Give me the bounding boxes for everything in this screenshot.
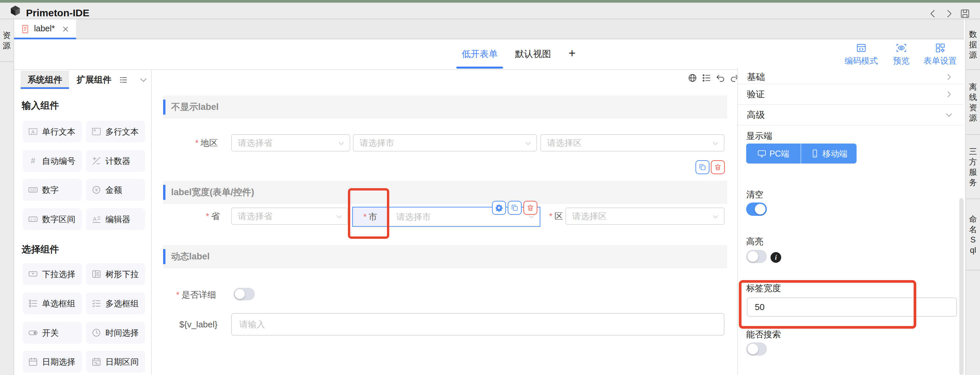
palette-item-time-picker[interactable]: 时间选择 (86, 322, 145, 344)
nav-forward-icon[interactable] (944, 9, 954, 19)
field-label-dynamic: ${v_label} (152, 316, 218, 333)
select-district-2[interactable]: 请选择区 (565, 207, 724, 225)
field-label-city: *市 (353, 207, 388, 226)
palette-item-counter[interactable]: 计数器 (86, 150, 145, 172)
rail-item-data-source[interactable]: 数据源 (966, 19, 980, 70)
palette-item-number[interactable]: 123 数字 (23, 179, 82, 201)
chevron-down-icon (524, 139, 532, 148)
multi-text-icon: A (91, 127, 102, 136)
document-tab-bar (14, 19, 964, 39)
pc-side-button[interactable]: PC端 (746, 144, 800, 163)
tab-system-components[interactable]: 系统组件 (21, 71, 69, 89)
collapse-panel-icon[interactable] (139, 75, 148, 85)
section-accent-bar (163, 185, 165, 200)
palette-item-multi-text[interactable]: A 多行文本 (86, 120, 145, 142)
app-logo-icon (10, 5, 21, 17)
copy-icon (698, 163, 706, 171)
screen-edge (0, 0, 980, 3)
info-icon[interactable]: i (770, 252, 781, 263)
nav-back-icon[interactable] (928, 9, 938, 19)
palette-item-dropdown[interactable]: 下拉选择 (23, 263, 82, 285)
primeton-ide-window: Primeton-IDE label* 资源 数据源 离线资源 三方服务 命名S… (0, 0, 980, 375)
rail-item-named-sql[interactable]: 命名Sql (966, 199, 980, 271)
code-mode-button[interactable]: 编码模式 (841, 43, 881, 69)
tab-default-view[interactable]: 默认视图 (510, 40, 556, 68)
dynamic-label-input[interactable] (231, 313, 724, 336)
add-view-button[interactable]: + (564, 40, 581, 68)
select-city[interactable]: 请选择市 (353, 134, 537, 152)
preview-button[interactable]: 预览 (885, 43, 918, 69)
left-rail: 资源 (0, 19, 14, 375)
palette-item-auto-number[interactable]: # 自动编号 (23, 150, 82, 172)
group-basic[interactable]: 基础 (738, 70, 963, 84)
palette-item-checkbox-group[interactable]: 多选框组 (86, 293, 145, 314)
palette-item-editor[interactable]: A 编辑器 (86, 208, 145, 230)
rail-item-offline-resource[interactable]: 离线资源 (966, 70, 980, 135)
chevron-down-icon (711, 212, 720, 221)
label-width-input[interactable] (747, 297, 957, 317)
searchable-label: 能否搜索 (746, 329, 781, 340)
toggle-knob (235, 289, 245, 299)
date-range-icon (91, 357, 102, 367)
palette-item-number-range[interactable]: 1~3 数字区间 (23, 208, 82, 230)
inspector-scrollbar[interactable] (959, 198, 964, 375)
select-province[interactable]: 请选择省 (231, 134, 350, 152)
toggle-knob (748, 344, 758, 354)
group-validation[interactable]: 验证 (738, 84, 963, 105)
outline-tree-icon[interactable] (702, 73, 711, 82)
delete-row-button[interactable] (711, 160, 725, 174)
palette-item-switch[interactable]: 开关 (23, 322, 82, 344)
palette-item-single-text[interactable]: A 单行文本 (23, 120, 82, 142)
undo-icon[interactable] (716, 73, 725, 82)
palette-list-icon[interactable] (119, 75, 128, 85)
right-rail: 数据源 离线资源 三方服务 命名Sql (965, 19, 980, 375)
chevron-right-icon (945, 90, 953, 98)
radio-group-icon (28, 298, 38, 309)
rail-item-resources[interactable]: 资源 (0, 19, 13, 62)
document-tab-label[interactable]: label* (14, 19, 76, 39)
palette-item-date-range[interactable]: 日期区间 (86, 351, 145, 373)
close-tab-icon[interactable] (61, 25, 70, 33)
copy-row-button[interactable] (695, 160, 710, 174)
highlight-toggle[interactable] (746, 250, 767, 263)
palette-item-radio-group[interactable]: 单选框组 (23, 293, 82, 314)
counter-icon (91, 156, 102, 166)
clear-toggle[interactable] (746, 203, 767, 216)
group-advanced[interactable]: 高级 (738, 105, 963, 125)
widget-settings-button[interactable] (492, 201, 506, 215)
palette-item-tree-dropdown[interactable]: 树形下拉 (86, 263, 145, 285)
palette-item-money[interactable]: ¥ 金额 (86, 179, 145, 201)
select-city-2[interactable]: 请选择市 (396, 207, 431, 226)
mobile-side-button[interactable]: 移动端 (800, 144, 857, 163)
view-tab-underline (456, 66, 503, 69)
widget-copy-button[interactable] (508, 201, 522, 215)
tab-extended-components[interactable]: 扩展组件 (69, 71, 119, 89)
canvas-section-no-label: 不显示label (163, 96, 727, 119)
widget-delete-button[interactable] (523, 201, 538, 215)
tab-low-code-form[interactable]: 低开表单 (456, 40, 503, 68)
clear-label: 清空 (746, 189, 764, 201)
chevron-down-icon (337, 139, 345, 148)
select-district[interactable]: 请选择区 (540, 134, 724, 152)
svg-text:A: A (93, 216, 97, 222)
chevron-right-icon (945, 73, 953, 81)
searchable-toggle[interactable] (746, 342, 767, 356)
detail-toggle[interactable] (234, 288, 255, 301)
palette-item-date-picker[interactable]: 日期选择 (23, 351, 82, 373)
highlight-label: 高亮 (746, 236, 764, 247)
rail-item-third-party[interactable]: 三方服务 (966, 135, 980, 199)
chevron-down-icon (945, 111, 953, 119)
select-province-2[interactable]: 请选择省 (231, 207, 348, 225)
section-accent-bar (163, 249, 165, 264)
preview-icon (896, 43, 907, 53)
svg-text:#: # (31, 156, 35, 165)
copy-icon (511, 204, 519, 212)
dropdown-icon (28, 269, 38, 279)
toggle-knob (748, 251, 758, 262)
chevron-down-icon (335, 212, 344, 221)
auto-number-icon: # (28, 156, 38, 166)
save-icon[interactable] (960, 9, 970, 19)
svg-text:1~3: 1~3 (30, 218, 36, 221)
form-settings-button[interactable]: 表单设置 (919, 43, 961, 69)
i18n-globe-icon[interactable] (688, 73, 697, 82)
